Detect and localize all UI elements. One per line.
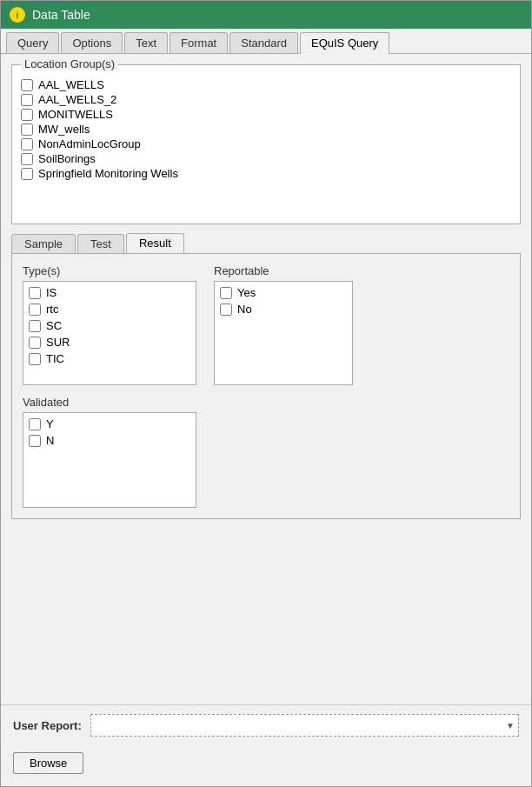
list-item: NonAdminLocGroup — [19, 137, 513, 151]
monitwells-label: MONITWELLS — [38, 108, 113, 121]
list-item: rtc — [27, 302, 192, 317]
mw-wells-checkbox[interactable] — [21, 123, 33, 136]
main-window: i Data Table Query Options Text Format S… — [0, 0, 532, 787]
user-report-bar: User Report: ▼ — [1, 704, 531, 745]
is-label: IS — [46, 286, 57, 299]
list-item: Springfield Monitoring Wells — [19, 166, 513, 181]
location-list[interactable]: AAL_WELLS AAL_WELLS_2 MONITWELLS MW_well… — [19, 77, 513, 217]
user-report-label: User Report: — [13, 719, 82, 732]
springfield-checkbox[interactable] — [21, 168, 33, 180]
sc-label: SC — [46, 319, 62, 332]
no-checkbox[interactable] — [220, 303, 232, 316]
validated-col: Validated Y N — [23, 396, 509, 508]
tab-equis-query[interactable]: EQuIS Query — [300, 32, 389, 54]
list-item: SUR — [27, 335, 192, 350]
content-area: Location Group(s) AAL_WELLS AAL_WELLS_2 … — [1, 54, 531, 704]
soil-borings-checkbox[interactable] — [21, 153, 33, 165]
n-label: N — [46, 434, 54, 447]
aal-wells-checkbox[interactable] — [21, 79, 33, 91]
list-item: MW_wells — [19, 122, 513, 137]
non-admin-label: NonAdminLocGroup — [38, 137, 141, 150]
browse-button[interactable]: Browse — [13, 752, 83, 774]
aal-wells-2-label: AAL_WELLS_2 — [38, 93, 116, 106]
types-label: Type(s) — [23, 264, 196, 277]
list-item: TIC — [27, 351, 192, 366]
list-item: Yes — [218, 285, 349, 300]
list-item: No — [218, 302, 349, 317]
tic-label: TIC — [46, 352, 64, 365]
tab-format[interactable]: Format — [170, 32, 228, 53]
reportable-list-box: Yes No — [214, 281, 353, 385]
spacer — [11, 528, 521, 694]
y-label: Y — [46, 417, 54, 430]
monitwells-checkbox[interactable] — [21, 109, 33, 121]
is-checkbox[interactable] — [29, 287, 41, 299]
mw-wells-label: MW_wells — [38, 123, 90, 136]
reportable-label: Reportable — [214, 264, 353, 277]
n-checkbox[interactable] — [29, 435, 41, 447]
window-title: Data Table — [32, 8, 90, 22]
result-panel: Type(s) IS rtc — [11, 253, 521, 519]
sur-checkbox[interactable] — [29, 337, 41, 349]
tab-standard[interactable]: Standard — [229, 32, 298, 53]
validated-label: Validated — [23, 396, 509, 409]
tab-text[interactable]: Text — [124, 32, 168, 53]
list-item: MONITWELLS — [19, 107, 513, 122]
rtc-checkbox[interactable] — [29, 303, 41, 316]
tab-query[interactable]: Query — [6, 32, 59, 53]
no-label: No — [237, 303, 252, 316]
soil-borings-label: SoilBorings — [38, 152, 96, 165]
reportable-col: Reportable Yes No — [214, 264, 353, 385]
sub-tab-result[interactable]: Result — [126, 233, 184, 253]
sub-tabs-section: Sample Test Result Type(s) IS — [11, 233, 521, 519]
types-reportable-row: Type(s) IS rtc — [23, 264, 509, 385]
location-group-box: Location Group(s) AAL_WELLS AAL_WELLS_2 … — [11, 64, 521, 224]
validated-list-box: Y N — [23, 412, 196, 508]
main-tabs-bar: Query Options Text Format Standard EQuIS… — [1, 29, 531, 54]
list-item: Y — [27, 417, 192, 431]
app-icon: i — [10, 7, 25, 23]
aal-wells-2-checkbox[interactable] — [21, 94, 33, 106]
yes-label: Yes — [237, 286, 256, 299]
rtc-label: rtc — [46, 303, 58, 316]
user-report-dropdown[interactable]: ▼ — [90, 714, 519, 737]
list-item: AAL_WELLS — [19, 77, 513, 92]
types-col: Type(s) IS rtc — [23, 264, 196, 385]
springfield-label: Springfield Monitoring Wells — [38, 167, 178, 180]
tic-checkbox[interactable] — [29, 353, 41, 365]
location-group-label: Location Group(s) — [21, 57, 118, 70]
y-checkbox[interactable] — [29, 418, 41, 430]
title-bar: i Data Table — [1, 1, 531, 29]
dropdown-arrow-icon: ▼ — [506, 721, 515, 730]
sub-tabs-bar: Sample Test Result — [11, 233, 521, 253]
yes-checkbox[interactable] — [220, 287, 232, 299]
types-list-box[interactable]: IS rtc SC S — [23, 281, 196, 385]
list-item: N — [27, 433, 192, 448]
list-item: IS — [27, 285, 192, 300]
tab-options[interactable]: Options — [61, 32, 123, 53]
sc-checkbox[interactable] — [29, 320, 41, 332]
sub-tab-test[interactable]: Test — [77, 234, 124, 253]
sub-tab-sample[interactable]: Sample — [11, 234, 76, 253]
list-item: SoilBorings — [19, 151, 513, 166]
aal-wells-label: AAL_WELLS — [38, 78, 104, 91]
browse-row: Browse — [1, 745, 531, 786]
list-item: AAL_WELLS_2 — [19, 92, 513, 107]
list-item: SC — [27, 318, 192, 333]
sur-label: SUR — [46, 336, 70, 349]
non-admin-checkbox[interactable] — [21, 138, 33, 150]
